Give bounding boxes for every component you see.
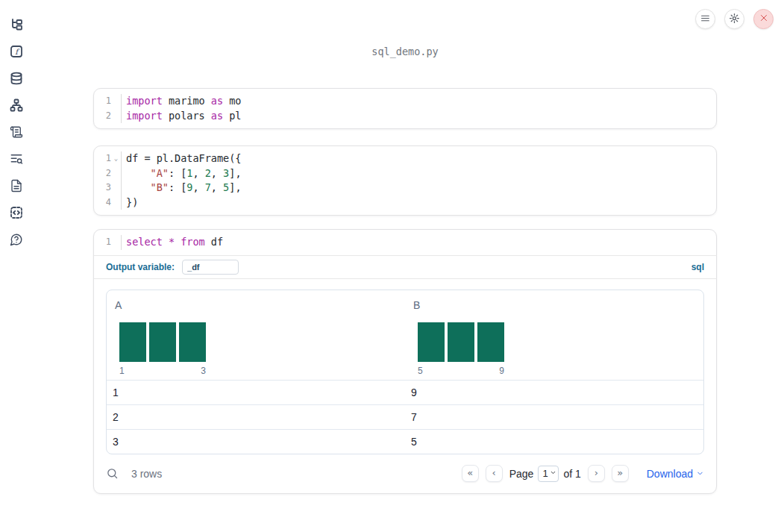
pagination: « ‹ Page 1 of 1 › » — [462, 465, 704, 482]
svg-text:f: f — [15, 48, 20, 56]
histogram-axis: 59 — [418, 366, 504, 375]
table-cell: 1 — [107, 381, 405, 404]
list-search-icon[interactable] — [10, 152, 23, 166]
column-histogram — [418, 322, 696, 362]
output-variable-label: Output variable: — [106, 262, 175, 272]
code-editor[interactable]: 1⌄df = pl.DataFrame({2 "A": [1, 2, 3],3 … — [94, 146, 716, 215]
line-number-gutter: 1 — [94, 94, 122, 109]
scroll-logs-icon[interactable] — [10, 125, 23, 139]
notebook-filename: sql_demo.py — [93, 0, 717, 57]
histogram-axis: 13 — [119, 366, 206, 375]
notebook: sql_demo.py 1import marimo as mo2import … — [93, 0, 717, 494]
function-icon[interactable]: f — [10, 45, 23, 58]
table-cell: 3 — [107, 430, 405, 454]
shutdown-button[interactable] — [753, 9, 774, 29]
sql-editor[interactable]: 1select * from df — [94, 230, 716, 256]
next-page-button[interactable]: › — [588, 465, 605, 482]
file-tree-icon[interactable] — [10, 18, 23, 31]
line-number-gutter: 1 — [94, 235, 122, 250]
table-row[interactable]: 19 — [107, 381, 703, 405]
table-cell: 9 — [405, 381, 703, 404]
table-row[interactable]: 35 — [107, 430, 703, 454]
column-header[interactable]: B59 — [405, 290, 703, 380]
page-label: Page — [509, 468, 534, 480]
snippets-icon[interactable] — [10, 206, 23, 219]
sql-toolbar: Output variable: sql — [94, 256, 716, 279]
page-of-label: of 1 — [563, 468, 580, 480]
chevron-down-icon — [696, 468, 704, 480]
code-line[interactable]: 4}) — [94, 195, 716, 210]
column-header[interactable]: A13 — [107, 290, 405, 380]
database-icon[interactable] — [10, 72, 23, 85]
fold-chevron-icon[interactable]: ⌄ — [111, 151, 121, 166]
close-icon — [759, 13, 768, 25]
code-editor[interactable]: 1import marimo as mo2import polars as pl — [94, 89, 716, 128]
sidebar: f — [0, 0, 33, 532]
histogram-bar — [477, 322, 504, 362]
sql-language-badge: sql — [691, 262, 704, 272]
page-select[interactable]: 1 — [538, 466, 559, 482]
line-number-gutter: 1⌄ — [94, 151, 122, 166]
code-cell-dataframe: 1⌄df = pl.DataFrame({2 "A": [1, 2, 3],3 … — [93, 145, 717, 216]
table-body: 192735 — [107, 381, 703, 454]
line-number-gutter: 3 — [94, 181, 122, 195]
code-line[interactable]: 1select * from df — [94, 235, 716, 250]
histogram-bar — [418, 322, 445, 362]
dependency-graph-icon[interactable] — [10, 98, 23, 112]
code-line[interactable]: 1import marimo as mo — [94, 94, 716, 109]
table-row[interactable]: 27 — [107, 405, 703, 430]
code-line[interactable]: 2 "A": [1, 2, 3], — [94, 166, 716, 181]
column-name: B — [413, 300, 696, 311]
table-footer: 3 rows « ‹ Page 1 of 1 › — [94, 454, 716, 493]
first-page-button[interactable]: « — [462, 465, 479, 482]
table-cell: 2 — [107, 405, 405, 429]
marimo-app: f — [0, 0, 778, 532]
line-number-gutter: 2 — [94, 166, 122, 181]
settings-button[interactable] — [724, 9, 744, 29]
column-name: A — [115, 300, 398, 311]
code-line[interactable]: 2import polars as pl — [94, 109, 716, 124]
download-button[interactable]: Download — [647, 468, 704, 480]
column-histogram — [119, 322, 398, 362]
search-icon[interactable] — [106, 467, 119, 480]
histogram-bar — [179, 322, 206, 362]
sql-cell: 1select * from df Output variable: sql A… — [93, 229, 717, 494]
help-icon[interactable] — [10, 233, 23, 246]
histogram-bar — [448, 322, 474, 362]
table-header-row: A13B59 — [107, 290, 703, 381]
last-page-button[interactable]: » — [612, 465, 629, 482]
gear-icon — [729, 13, 740, 26]
download-label: Download — [647, 468, 693, 480]
line-number-gutter: 2 — [94, 109, 122, 124]
code-cell-imports: 1import marimo as mo2import polars as pl — [93, 88, 717, 129]
histogram-bar — [119, 322, 146, 362]
code-line[interactable]: 3 "B": [9, 7, 5], — [94, 181, 716, 195]
dataframe-table: A13B59 192735 — [106, 290, 704, 454]
code-line[interactable]: 1⌄df = pl.DataFrame({ — [94, 151, 716, 166]
output-variable-input[interactable] — [182, 260, 239, 275]
prev-page-button[interactable]: ‹ — [486, 465, 503, 482]
table-cell: 7 — [405, 405, 703, 429]
row-count: 3 rows — [131, 468, 162, 480]
line-number-gutter: 4 — [94, 195, 122, 210]
table-cell: 5 — [405, 430, 703, 454]
histogram-bar — [149, 322, 176, 362]
document-icon[interactable] — [10, 179, 23, 193]
